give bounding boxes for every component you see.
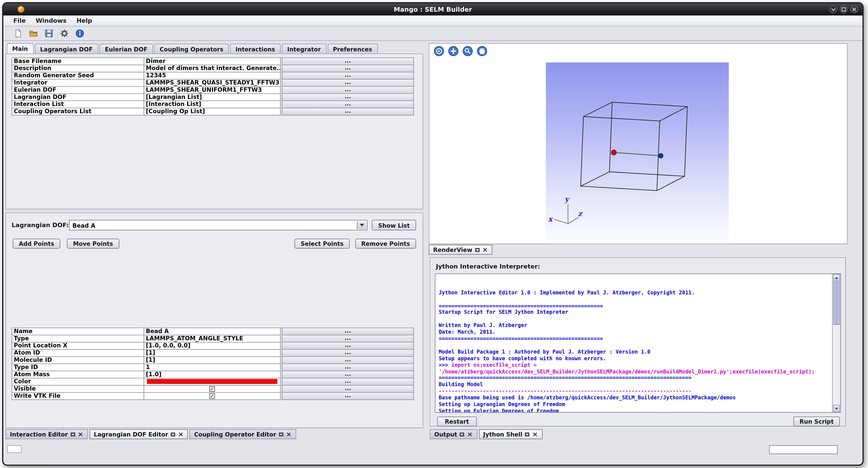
new-file-button[interactable] <box>12 28 24 39</box>
color-swatch[interactable] <box>147 379 277 384</box>
table-row-write-vtk-file: Write VTK File✓... <box>11 393 414 400</box>
close-icon[interactable]: × <box>286 431 291 437</box>
more-button[interactable]: ... <box>282 58 414 65</box>
tab-label: Lagrangian DOF Editor <box>94 431 168 438</box>
application-window: Mango : SELM Builder FileWindowsHelp <box>2 2 864 466</box>
tab-interaction-editor[interactable]: Interaction Editor× <box>5 429 88 439</box>
zoom-in-icon <box>448 46 459 56</box>
dof-combobox[interactable]: Bead A <box>69 220 367 230</box>
property-label: Write VTK File <box>11 393 144 400</box>
scroll-down-icon[interactable] <box>833 405 840 412</box>
tab-lagrangian-dof-editor[interactable]: Lagrangian DOF Editor× <box>89 429 188 439</box>
titlebar[interactable]: Mango : SELM Builder <box>3 3 863 15</box>
menu-item-file[interactable]: File <box>9 16 30 25</box>
more-button[interactable]: ... <box>282 371 414 378</box>
restart-button[interactable]: Restart <box>437 416 477 427</box>
tab-preferences[interactable]: Preferences <box>328 44 378 54</box>
tab-jython-shell[interactable]: Jython Shell× <box>479 429 542 439</box>
show-list-button[interactable]: Show List <box>372 220 416 230</box>
console-scrollbar[interactable] <box>832 274 840 412</box>
more-button[interactable]: ... <box>282 385 414 393</box>
close-icon[interactable]: × <box>78 431 83 437</box>
chevron-down-icon[interactable] <box>357 221 366 229</box>
editor-tabbar: Interaction Editor×Lagrangian DOF Editor… <box>5 429 296 440</box>
float-icon[interactable] <box>475 248 479 252</box>
console-line: Building Model <box>439 381 829 388</box>
property-value[interactable]: ✓ <box>144 385 281 393</box>
close-icon[interactable]: × <box>532 431 538 437</box>
zoom-in-button[interactable] <box>448 46 459 56</box>
button-move-points[interactable]: Move Points <box>67 239 119 248</box>
tab-renderview[interactable]: RenderView× <box>429 245 492 255</box>
property-label: Description <box>11 65 144 72</box>
property-label: Type ID <box>11 364 144 371</box>
camera-reset-button[interactable] <box>434 46 444 56</box>
checkbox-checked[interactable]: ✓ <box>209 393 215 399</box>
more-button[interactable]: ... <box>282 94 414 101</box>
zoom-tool-button[interactable] <box>462 46 473 56</box>
scroll-up-icon[interactable] <box>833 274 840 281</box>
close-icon[interactable]: × <box>482 247 488 252</box>
float-icon[interactable] <box>460 432 464 436</box>
shade-button[interactable] <box>829 5 837 13</box>
tab-coupling-operator-editor[interactable]: Coupling Operator Editor× <box>190 429 296 439</box>
table-row-type-id: Type ID1... <box>11 364 414 371</box>
more-button[interactable]: ... <box>282 364 414 371</box>
checkbox-checked[interactable]: ✓ <box>209 386 215 392</box>
scrollbar-thumb[interactable] <box>833 282 840 325</box>
tab-coupling-operators[interactable]: Coupling Operators <box>154 44 229 54</box>
tab-main[interactable]: Main <box>7 43 34 54</box>
save-icon <box>44 29 54 38</box>
more-button[interactable]: ... <box>282 350 414 357</box>
more-button[interactable]: ... <box>282 101 414 108</box>
info-button[interactable] <box>74 28 86 39</box>
run-script-button[interactable]: Run Script <box>793 416 840 427</box>
button-add-points[interactable]: Add Points <box>13 239 60 248</box>
maximize-button[interactable] <box>840 5 847 13</box>
button-select-points[interactable]: Select Points <box>294 239 349 248</box>
button-remove-points[interactable]: Remove Points <box>355 239 416 248</box>
menu-item-help[interactable]: Help <box>72 16 96 25</box>
open-button[interactable] <box>28 28 39 39</box>
float-icon[interactable] <box>171 432 175 436</box>
more-button[interactable]: ... <box>282 335 414 342</box>
more-button[interactable]: ... <box>282 342 414 350</box>
more-button[interactable]: ... <box>282 357 414 364</box>
property-value[interactable]: ✓ <box>144 393 281 400</box>
render-toolbar <box>434 46 487 56</box>
axis-triad <box>554 204 579 224</box>
more-button[interactable]: ... <box>282 80 414 87</box>
more-button[interactable]: ... <box>282 72 414 80</box>
console-line: Written by Paul J. Atzberger <box>439 322 829 329</box>
more-button[interactable]: ... <box>282 328 414 336</box>
more-button[interactable]: ... <box>282 393 414 400</box>
tab-integrator[interactable]: Integrator <box>282 44 326 54</box>
close-icon[interactable]: × <box>178 431 184 437</box>
close-icon[interactable]: × <box>467 431 473 437</box>
more-button[interactable]: ... <box>282 108 414 116</box>
console-line: Setup appears to have completed with no … <box>439 355 829 362</box>
tab-lagrangian-dof[interactable]: Lagrangian DOF <box>34 44 98 54</box>
more-button[interactable]: ... <box>282 65 414 72</box>
float-icon[interactable] <box>525 432 530 436</box>
save-button[interactable] <box>43 28 55 39</box>
property-label: Lagrangian DOF <box>11 94 144 101</box>
menu-item-windows[interactable]: Windows <box>31 16 71 25</box>
tab-eulerian-dof[interactable]: Eulerian DOF <box>99 44 153 54</box>
console-output[interactable]: Jython Interactive Editor 1.0 : Implemen… <box>435 274 841 413</box>
render-view-panel: y x z <box>429 43 847 244</box>
property-value: [Interaction List] <box>144 101 281 108</box>
tab-interactions[interactable]: Interactions <box>230 44 281 54</box>
settings-button[interactable] <box>59 28 70 39</box>
tab-output[interactable]: Output× <box>430 429 477 439</box>
more-button[interactable]: ... <box>282 87 414 94</box>
float-icon[interactable] <box>71 432 75 436</box>
float-icon[interactable] <box>279 432 283 436</box>
property-value[interactable] <box>144 378 281 385</box>
console-line: Setting up Eulerian Degrees of Freedom <box>439 408 829 413</box>
close-button[interactable] <box>850 5 858 13</box>
print-button[interactable] <box>477 46 488 56</box>
more-button[interactable]: ... <box>282 378 414 385</box>
property-label: Color <box>11 378 144 385</box>
render-viewport[interactable]: y x z <box>546 63 729 243</box>
